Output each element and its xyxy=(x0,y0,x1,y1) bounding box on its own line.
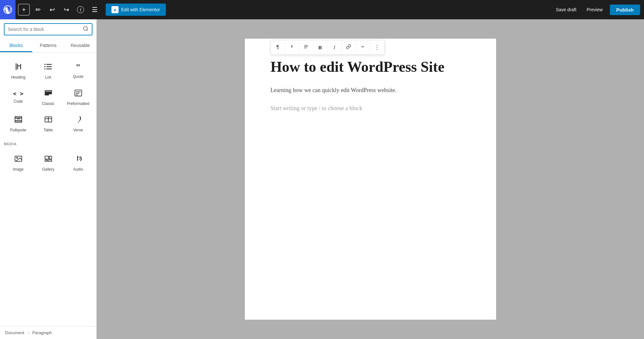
list-view-button[interactable]: ☰ xyxy=(89,4,101,15)
breadcrumb: Document → Paragraph xyxy=(0,326,96,339)
svg-line-1 xyxy=(87,30,88,31)
code-icon: < > xyxy=(13,91,24,97)
undo-button[interactable]: ↩ xyxy=(46,4,58,15)
media-section-label: MEDIA xyxy=(4,142,92,146)
search-button[interactable] xyxy=(83,26,89,33)
block-item-quote[interactable]: " Quote xyxy=(64,58,92,83)
media-blocks-grid: Image Gallery xyxy=(4,150,92,175)
move-up-down-button[interactable] xyxy=(285,40,299,54)
undo-icon: ↩ xyxy=(50,6,55,14)
block-label-code: Code xyxy=(14,99,23,104)
editor-area[interactable]: ¶ xyxy=(97,19,644,339)
pen-icon: ✏ xyxy=(35,6,41,14)
block-tabs: Blocks Patterns Reusable xyxy=(0,40,96,52)
block-item-heading[interactable]: Heading xyxy=(4,58,33,83)
pullquote-icon xyxy=(14,115,23,125)
plus-icon: + xyxy=(22,6,26,14)
tab-reusable[interactable]: Reusable xyxy=(64,40,96,52)
classic-icon xyxy=(44,89,53,99)
italic-button[interactable]: I xyxy=(328,40,342,54)
list-view-icon: ☰ xyxy=(92,6,98,14)
paragraph-type-button[interactable]: ¶ xyxy=(271,40,285,54)
block-item-preformatted[interactable]: Preformatted xyxy=(64,84,92,109)
block-label-audio: Audio xyxy=(73,167,83,172)
editor-canvas: ¶ xyxy=(245,39,496,320)
blocks-content: Heading List xyxy=(0,52,96,326)
topbar-right: Save draft Preview Publish xyxy=(553,5,640,15)
breadcrumb-paragraph[interactable]: Paragraph xyxy=(32,330,52,335)
block-label-quote: Quote xyxy=(73,74,83,79)
svg-rect-28 xyxy=(45,160,47,162)
link-button[interactable] xyxy=(342,40,356,54)
link-icon xyxy=(346,44,351,51)
chevron-down-icon xyxy=(360,44,365,50)
block-item-table[interactable]: Table xyxy=(34,110,62,136)
block-item-audio[interactable]: Audio xyxy=(64,150,92,175)
svg-rect-13 xyxy=(75,90,82,96)
block-label-verse: Verse xyxy=(73,128,83,132)
svg-rect-2 xyxy=(15,63,16,70)
svg-rect-27 xyxy=(49,156,52,159)
block-item-list[interactable]: List xyxy=(34,58,62,83)
elementor-e-icon: e xyxy=(111,6,119,13)
block-item-pullquote[interactable]: Pullquote xyxy=(4,110,33,136)
bold-button[interactable]: B xyxy=(313,40,328,54)
save-draft-button[interactable]: Save draft xyxy=(553,5,580,14)
block-label-heading: Heading xyxy=(11,75,25,80)
tab-blocks[interactable]: Blocks xyxy=(0,40,32,52)
block-item-verse[interactable]: Verse xyxy=(64,110,92,136)
add-block-button[interactable]: + xyxy=(18,4,30,15)
elementor-label: Edit with Elementor xyxy=(121,7,160,12)
heading-icon xyxy=(14,62,23,72)
block-label-gallery: Gallery xyxy=(42,167,54,172)
post-content[interactable]: Learning how we can quickly edit WordPre… xyxy=(271,85,470,95)
tab-patterns[interactable]: Patterns xyxy=(32,40,64,52)
image-icon xyxy=(14,154,23,165)
preview-button[interactable]: Preview xyxy=(583,5,606,14)
table-icon xyxy=(44,115,53,125)
verse-icon xyxy=(74,115,83,125)
gallery-icon xyxy=(44,154,53,165)
options-dots-icon: ⋮ xyxy=(374,44,380,51)
block-item-classic[interactable]: Classic xyxy=(34,84,62,109)
heading-block[interactable]: ¶ xyxy=(271,58,470,76)
block-label-pullquote: Pullquote xyxy=(10,128,26,132)
svg-point-0 xyxy=(83,26,87,30)
block-item-image[interactable]: Image xyxy=(4,150,33,175)
block-search-input[interactable] xyxy=(8,27,80,32)
redo-button[interactable]: ↪ xyxy=(61,4,72,15)
wp-logo[interactable] xyxy=(0,0,15,19)
block-toolbar: ¶ xyxy=(271,40,385,55)
align-button[interactable] xyxy=(299,40,313,54)
move-icon xyxy=(289,44,294,51)
block-label-list: List xyxy=(45,75,51,80)
main-layout: Blocks Patterns Reusable Heading xyxy=(0,19,644,339)
editor-placeholder[interactable]: Start writing or type / to choose a bloc… xyxy=(271,105,470,112)
preformatted-icon xyxy=(74,89,83,99)
search-icon xyxy=(83,26,89,33)
bold-icon: B xyxy=(319,45,322,50)
tools-button[interactable]: ✏ xyxy=(32,4,44,15)
block-label-preformatted: Preformatted xyxy=(67,101,89,106)
block-label-image: Image xyxy=(13,167,24,172)
breadcrumb-document[interactable]: Document xyxy=(5,330,24,335)
block-item-code[interactable]: < > Code xyxy=(4,84,33,109)
svg-rect-9 xyxy=(45,90,52,92)
svg-rect-29 xyxy=(48,160,52,162)
svg-rect-10 xyxy=(45,92,52,93)
publish-button[interactable]: Publish xyxy=(610,5,640,15)
more-options-button[interactable] xyxy=(356,40,370,54)
svg-rect-17 xyxy=(15,117,22,123)
audio-icon xyxy=(74,154,83,165)
options-button[interactable]: ⋮ xyxy=(370,40,384,54)
post-title[interactable]: How to edit WordPress Site xyxy=(271,58,470,76)
svg-rect-26 xyxy=(45,156,49,159)
block-item-gallery[interactable]: Gallery xyxy=(34,150,62,175)
elementor-button[interactable]: e Edit with Elementor xyxy=(106,4,166,16)
info-button[interactable]: i xyxy=(75,4,86,15)
svg-rect-11 xyxy=(45,93,52,94)
svg-point-25 xyxy=(16,157,18,158)
text-blocks-grid: Heading List xyxy=(4,58,92,136)
list-icon xyxy=(44,62,53,72)
breadcrumb-arrow: → xyxy=(26,330,30,335)
